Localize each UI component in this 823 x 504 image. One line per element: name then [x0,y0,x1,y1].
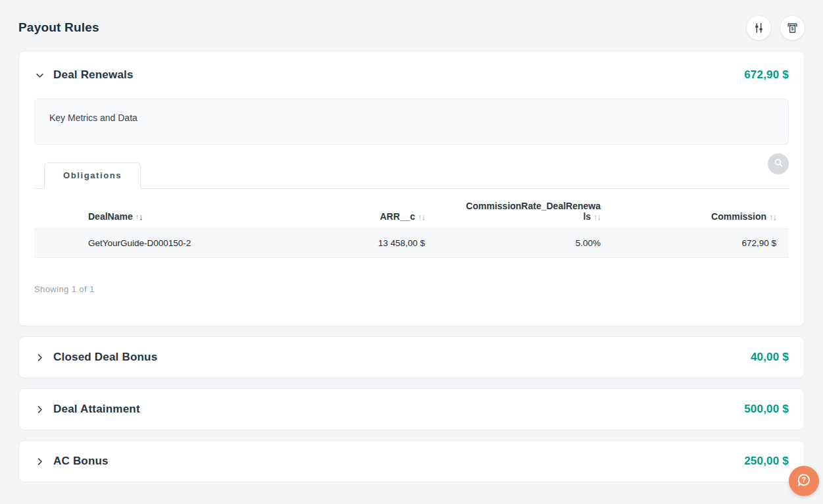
section-title: Deal Renewals [53,68,134,82]
sort-desc-icon: ↓ [139,212,143,222]
key-metrics-panel[interactable]: Key Metrics and Data [34,99,789,145]
chevron-right-icon [34,352,45,363]
spacer-cell [34,229,88,258]
payout-rule-card-closed-deal-bonus: Closed Deal Bonus 40,00 $ [18,336,805,378]
column-label: ARR__c [380,211,415,222]
tab-bar: Obligations [34,163,789,189]
column-label: Commission [711,211,766,222]
spacer-column [34,191,88,229]
chevron-right-icon [34,404,45,415]
cell-commission: 672,90 $ [601,229,789,258]
payout-rules-page: Payout Rules [0,0,823,482]
sliders-icon [753,22,765,34]
sort-desc-icon: ↓ [597,212,601,222]
tab-obligations[interactable]: Obligations [44,163,141,189]
page-header: Payout Rules [18,14,805,41]
chat-question-icon: ? [795,472,812,491]
section-body: Key Metrics and Data Obligations [19,99,804,326]
section-title: Deal Attainment [53,403,140,416]
sort-desc-icon: ↓ [422,212,426,222]
sort-desc-icon: ↓ [773,212,777,222]
section-amount: 40,00 $ [751,351,789,364]
sort-arrows: ↑↓ [418,212,425,222]
svg-text:$: $ [791,26,794,32]
key-metrics-label: Key Metrics and Data [49,113,137,123]
search-icon [773,157,784,170]
section-header-closed-deal-bonus[interactable]: Closed Deal Bonus 40,00 $ [19,337,804,378]
toolbar: $ [747,16,805,40]
table-row-count: Showing 1 of 1 [34,284,789,294]
sort-arrows: ↑↓ [136,212,143,222]
payout-rule-card-deal-attainment: Deal Attainment 500,00 $ [18,388,805,430]
chevron-right-icon [34,456,45,466]
obligations-table: DealName ↑↓ ARR__c ↑↓ CommissionRate_Dea… [34,191,789,258]
section-header-deal-attainment[interactable]: Deal Attainment 500,00 $ [19,389,804,430]
payouts-button[interactable]: $ [780,16,805,40]
column-header-arr[interactable]: ARR__c ↑↓ [284,191,425,229]
cell-commission-rate: 5.00% [425,229,601,258]
table-search-button[interactable] [768,153,789,174]
sort-arrows: ↑↓ [769,212,776,222]
chevron-down-icon [34,70,45,80]
section-amount: 500,00 $ [744,403,789,416]
filter-settings-button[interactable] [747,16,771,40]
svg-text:?: ? [802,476,806,484]
column-header-commission[interactable]: Commission ↑↓ [601,191,789,229]
table-header-row: DealName ↑↓ ARR__c ↑↓ CommissionRate_Dea… [34,191,789,229]
column-header-dealname[interactable]: DealName ↑↓ [88,191,284,229]
column-header-commission-rate[interactable]: CommissionRate_DealRenewals ↑↓ [425,191,601,229]
cash-payout-icon: $ [786,22,799,34]
sort-arrows: ↑↓ [593,212,601,222]
page-title: Payout Rules [18,20,99,35]
payout-rule-card-ac-bonus: AC Bonus 250,00 $ [18,440,805,482]
section-header-deal-renewals[interactable]: Deal Renewals 672,90 $ [19,51,804,99]
section-title: Closed Deal Bonus [53,351,157,364]
cell-deal-name: GetYourGuide-D000150-2 [88,229,284,258]
section-title: AC Bonus [53,455,109,468]
section-amount: 250,00 $ [744,455,789,468]
column-label: DealName [88,211,133,222]
cell-arr: 13 458,00 $ [284,229,425,258]
payout-rule-card-deal-renewals: Deal Renewals 672,90 $ Key Metrics and D… [18,51,805,326]
section-header-ac-bonus[interactable]: AC Bonus 250,00 $ [19,441,804,482]
table-row[interactable]: GetYourGuide-D000150-2 13 458,00 $ 5.00%… [34,229,789,258]
section-amount: 672,90 $ [744,68,789,82]
help-button[interactable]: ? [789,466,819,496]
column-label: CommissionRate_DealRenewals [466,201,601,222]
